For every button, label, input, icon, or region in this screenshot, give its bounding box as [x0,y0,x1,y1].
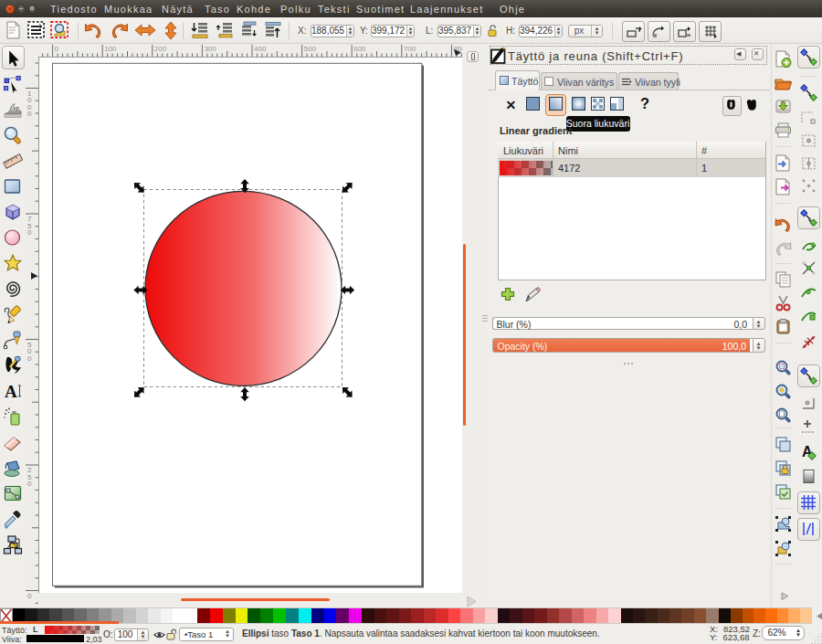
svg-text:200: 200 [154,45,167,53]
svg-text:A: A [5,382,17,401]
svg-text:100: 100 [104,45,117,53]
svg-text:0: 0 [27,592,32,600]
svg-text:0: 0 [27,354,32,363]
svg-text:0: 0 [55,45,59,53]
svg-text:400: 400 [254,45,267,53]
svg-text:0: 0 [27,480,32,488]
svg-text:500: 500 [304,45,317,53]
svg-text:300: 300 [204,45,216,53]
svg-text:0: 0 [27,110,32,118]
svg-text:600: 600 [353,45,366,53]
svg-text:0: 0 [27,228,32,237]
svg-text:700: 700 [404,45,416,53]
